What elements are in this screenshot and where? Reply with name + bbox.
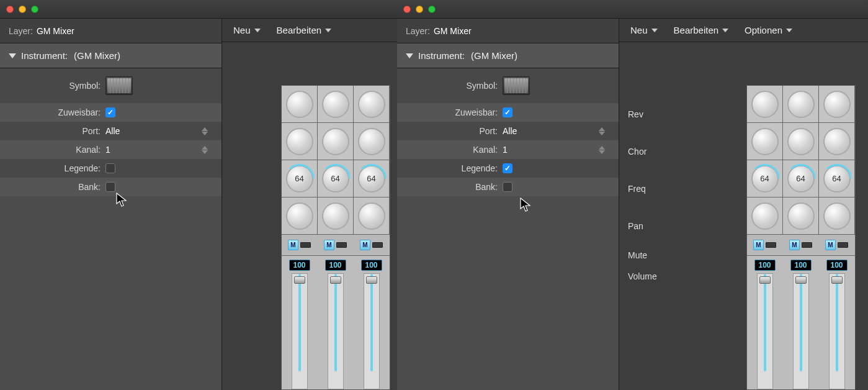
fader[interactable] <box>328 273 344 389</box>
zuweisbar-checkbox[interactable] <box>503 107 512 117</box>
fader[interactable] <box>364 273 380 389</box>
mute-button[interactable]: M <box>324 240 334 250</box>
instrument-value[interactable]: (GM Mixer) <box>471 50 517 61</box>
rotary-knob[interactable] <box>322 128 349 155</box>
rotary-knob[interactable] <box>823 202 851 230</box>
rotary-knob[interactable] <box>322 91 349 118</box>
kanal-stepper[interactable] <box>599 146 605 154</box>
window-close-icon[interactable] <box>403 6 411 13</box>
rotary-knob[interactable] <box>787 91 815 118</box>
port-value[interactable]: Alle <box>105 126 120 136</box>
rotary-knob[interactable]: 64 <box>358 165 385 193</box>
zuweisbar-checkbox[interactable] <box>105 107 115 117</box>
legend-label: Freq <box>628 170 657 207</box>
rotary-knob[interactable]: 64 <box>286 165 313 193</box>
port-stepper[interactable] <box>599 127 605 135</box>
menu-neu[interactable]: Neu <box>623 22 665 38</box>
rotary-knob[interactable] <box>823 128 851 155</box>
kanal-value[interactable]: 1 <box>105 145 110 155</box>
mute-button[interactable]: M <box>360 240 370 250</box>
rotary-knob[interactable] <box>751 91 779 118</box>
rotary-knob[interactable]: 64 <box>751 165 779 193</box>
fader-cap-icon[interactable] <box>831 276 843 284</box>
kanal-stepper[interactable] <box>202 146 208 154</box>
window-minimize-icon[interactable] <box>416 6 423 13</box>
channel-strip[interactable]: 64M100 <box>783 86 819 389</box>
menu-neu[interactable]: Neu <box>226 22 268 38</box>
rotary-knob[interactable] <box>823 91 851 118</box>
window-zoom-icon[interactable] <box>428 6 436 13</box>
volume-readout: 100 <box>790 260 812 271</box>
channel-strip[interactable]: 64M100 <box>354 86 390 389</box>
rotary-knob[interactable]: 64 <box>787 165 815 193</box>
port-stepper[interactable] <box>202 127 208 135</box>
fader-cap-icon[interactable] <box>330 276 341 284</box>
knob-value: 64 <box>825 166 849 191</box>
zuweisbar-label: Zuweisbar: <box>0 107 105 117</box>
mixer-icon[interactable] <box>503 76 530 95</box>
channel-strip[interactable]: 64M100 <box>819 86 855 389</box>
fader-cap-icon[interactable] <box>759 276 771 284</box>
fader-cap-icon[interactable] <box>294 276 305 284</box>
kanal-label: Kanal: <box>397 145 503 155</box>
menu-bearbeiten[interactable]: Bearbeiten <box>269 22 339 38</box>
mute-button[interactable]: M <box>288 240 298 250</box>
mute-button[interactable]: M <box>825 240 836 250</box>
bank-checkbox[interactable] <box>105 182 115 192</box>
fader[interactable] <box>829 273 845 389</box>
disclosure-triangle-icon[interactable] <box>9 53 16 58</box>
knob-value: 64 <box>753 166 777 191</box>
legende-checkbox[interactable] <box>105 163 115 173</box>
mute-button[interactable]: M <box>789 240 800 250</box>
gm-mixer-object[interactable]: 64M10064M10064M100 <box>746 85 856 390</box>
instrument-row[interactable]: Instrument: (GM Mixer) <box>0 43 221 68</box>
bank-checkbox[interactable] <box>503 182 512 192</box>
window-close-icon[interactable] <box>6 6 14 13</box>
fader[interactable] <box>757 273 773 389</box>
main-stage[interactable]: Neu Bearbeiten Optionen RevChorFreqPanMu… <box>619 19 868 390</box>
rotary-knob[interactable] <box>751 202 779 230</box>
rotary-knob[interactable]: 64 <box>322 165 349 193</box>
fader-cap-icon[interactable] <box>795 276 807 284</box>
titlebar[interactable] <box>0 0 397 19</box>
fader[interactable] <box>292 273 308 389</box>
port-value[interactable]: Alle <box>503 126 517 136</box>
fader-cap-icon[interactable] <box>366 276 377 284</box>
rotary-knob[interactable] <box>322 202 349 230</box>
kanal-value[interactable]: 1 <box>503 145 508 155</box>
instrument-value[interactable]: (GM Mixer) <box>74 50 120 61</box>
legende-checkbox[interactable] <box>503 163 512 173</box>
rotary-knob[interactable] <box>358 91 385 118</box>
prop-symbol: Symbol: <box>397 68 619 103</box>
rotary-knob[interactable] <box>751 128 779 155</box>
fader[interactable] <box>793 273 809 389</box>
rotary-knob[interactable] <box>787 202 815 230</box>
window-zoom-icon[interactable] <box>31 6 38 13</box>
rotary-knob[interactable]: 64 <box>823 165 851 193</box>
mixer-icon[interactable] <box>105 76 133 95</box>
channel-strip[interactable]: 64M100 <box>747 86 783 389</box>
menu-bearbeiten[interactable]: Bearbeiten <box>666 22 736 38</box>
channel-strip[interactable]: 64M100 <box>318 86 354 389</box>
instrument-row[interactable]: Instrument: (GM Mixer) <box>397 43 619 68</box>
rotary-knob[interactable] <box>787 128 815 155</box>
layer-value[interactable]: GM Mixer <box>37 26 74 36</box>
knob-cell <box>783 86 819 123</box>
channel-strip[interactable]: 64M100 <box>282 86 318 389</box>
rotary-knob[interactable] <box>286 202 313 230</box>
layer-value[interactable]: GM Mixer <box>434 26 472 36</box>
gm-mixer-object[interactable]: 64M10064M10064M100 <box>281 85 390 390</box>
rotary-knob[interactable] <box>286 91 313 118</box>
rotary-knob[interactable] <box>358 128 385 155</box>
zuweisbar-label: Zuweisbar: <box>397 107 503 117</box>
volume-readout: 100 <box>289 260 310 271</box>
disclosure-triangle-icon[interactable] <box>406 53 413 58</box>
bank-label: Bank: <box>397 182 503 192</box>
menu-optionen[interactable]: Optionen <box>737 22 800 38</box>
main-stage[interactable]: Neu Bearbeiten 64M10064M10064M100 <box>222 19 397 390</box>
window-minimize-icon[interactable] <box>19 6 26 13</box>
titlebar[interactable] <box>397 0 868 19</box>
rotary-knob[interactable] <box>358 202 385 230</box>
mute-button[interactable]: M <box>753 240 764 250</box>
rotary-knob[interactable] <box>286 128 313 155</box>
